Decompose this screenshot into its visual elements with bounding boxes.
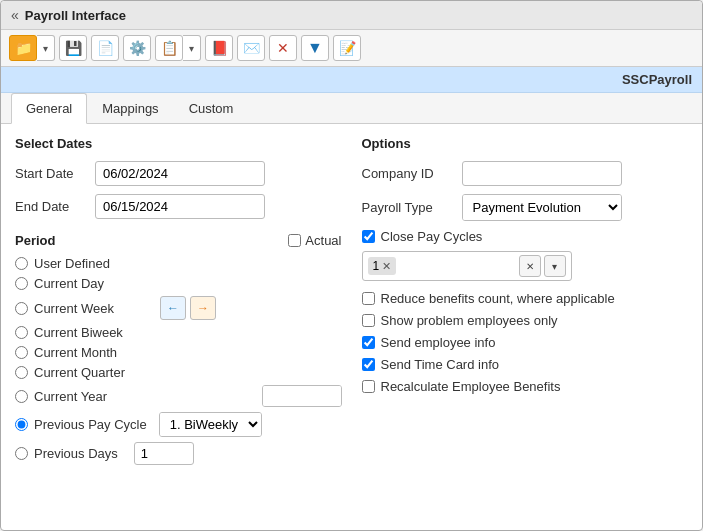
recalculate-row: Recalculate Employee Benefits bbox=[362, 379, 689, 394]
end-date-label: End Date bbox=[15, 199, 95, 214]
payroll-type-row: Payroll Type Payment Evolution ADP Cerid… bbox=[362, 194, 689, 221]
brand-bar: SSCPayroll bbox=[1, 67, 702, 93]
folder-group: 📁 ▾ bbox=[9, 35, 55, 61]
radio-previous-pay-label: Previous Pay Cycle bbox=[34, 417, 147, 432]
reduce-benefits-label: Reduce benefits count, where applicable bbox=[381, 291, 615, 306]
select-dates-title: Select Dates bbox=[15, 136, 342, 151]
radio-current-week-input[interactable] bbox=[15, 302, 28, 315]
reduce-benefits-row: Reduce benefits count, where applicable bbox=[362, 291, 689, 306]
tag-dropdown-button[interactable]: ▾ bbox=[544, 255, 566, 277]
radio-current-day-input[interactable] bbox=[15, 277, 28, 290]
tag-clear-button[interactable]: ✕ bbox=[519, 255, 541, 277]
toolbar: 📁 ▾ 💾 📄 ⚙️ 📋 ▾ 📕 ✉️ ✕ ▼ 📝 bbox=[1, 30, 702, 67]
radio-user-defined: User Defined bbox=[15, 256, 342, 271]
radio-current-day: Current Day bbox=[15, 276, 342, 291]
recalculate-label: Recalculate Employee Benefits bbox=[381, 379, 561, 394]
week-nav: ← → bbox=[160, 296, 216, 320]
pdf-button[interactable]: 📕 bbox=[205, 35, 233, 61]
end-date-row: End Date bbox=[15, 194, 342, 219]
show-problem-checkbox[interactable] bbox=[362, 314, 375, 327]
page-dropdown[interactable]: ▾ bbox=[183, 35, 201, 61]
radio-current-year-label: Current Year bbox=[34, 389, 107, 404]
radio-current-quarter: Current Quarter bbox=[15, 365, 342, 380]
tag-remove-icon[interactable]: ✕ bbox=[382, 260, 391, 273]
filter-button[interactable]: ▼ bbox=[301, 35, 329, 61]
radio-current-quarter-input[interactable] bbox=[15, 366, 28, 379]
left-panel: Select Dates Start Date End Date Period … bbox=[15, 136, 342, 518]
actual-checkbox-row[interactable]: Actual bbox=[288, 233, 341, 248]
doc-button[interactable]: 📄 bbox=[91, 35, 119, 61]
close-pay-cycles-row: Close Pay Cycles bbox=[362, 229, 689, 244]
radio-current-year-input[interactable] bbox=[15, 390, 28, 403]
tab-mappings[interactable]: Mappings bbox=[87, 93, 173, 124]
page-group: 📋 ▾ bbox=[155, 35, 201, 61]
folder-dropdown[interactable]: ▾ bbox=[37, 35, 55, 61]
tab-custom[interactable]: Custom bbox=[174, 93, 249, 124]
window-title: Payroll Interface bbox=[25, 8, 126, 23]
radio-previous-days-label: Previous Days bbox=[34, 446, 118, 461]
tag-value: 1 bbox=[373, 259, 380, 273]
nav-left-button[interactable]: ← bbox=[160, 296, 186, 320]
options-title: Options bbox=[362, 136, 689, 151]
save-button[interactable]: 💾 bbox=[59, 35, 87, 61]
tag-box: 1 ✕ ✕ ▾ bbox=[362, 251, 572, 281]
tab-general[interactable]: General bbox=[11, 93, 87, 124]
start-date-input[interactable] bbox=[95, 161, 265, 186]
close-button[interactable]: ✕ bbox=[269, 35, 297, 61]
start-date-label: Start Date bbox=[15, 166, 95, 181]
period-header: Period Actual bbox=[15, 233, 342, 248]
note-button[interactable]: 📝 bbox=[333, 35, 361, 61]
company-id-label: Company ID bbox=[362, 166, 462, 181]
radio-current-biweek-input[interactable] bbox=[15, 326, 28, 339]
folder-button[interactable]: 📁 bbox=[9, 35, 37, 61]
actual-label: Actual bbox=[305, 233, 341, 248]
company-id-input[interactable] bbox=[462, 161, 622, 186]
radio-previous-pay-input[interactable] bbox=[15, 418, 28, 431]
end-date-input[interactable] bbox=[95, 194, 265, 219]
radio-current-biweek-label: Current Biweek bbox=[34, 325, 123, 340]
radio-current-year: Current Year ✕ ▾ bbox=[15, 385, 342, 407]
radio-current-month: Current Month bbox=[15, 345, 342, 360]
back-arrows[interactable]: « bbox=[11, 7, 19, 23]
payroll-type-label: Payroll Type bbox=[362, 200, 462, 215]
main-content: Select Dates Start Date End Date Period … bbox=[1, 124, 702, 530]
page-button[interactable]: 📋 bbox=[155, 35, 183, 61]
period-section: Period Actual User Defined Current Day bbox=[15, 233, 342, 465]
current-year-input[interactable] bbox=[263, 386, 342, 406]
company-id-row: Company ID bbox=[362, 161, 689, 186]
tag-item: 1 ✕ bbox=[368, 257, 397, 275]
close-pay-cycles-checkbox[interactable] bbox=[362, 230, 375, 243]
radio-current-biweek: Current Biweek bbox=[15, 325, 342, 340]
radio-user-defined-input[interactable] bbox=[15, 257, 28, 270]
send-employee-row: Send employee info bbox=[362, 335, 689, 350]
payroll-type-select[interactable]: Payment Evolution ADP Ceridian bbox=[463, 195, 621, 220]
send-timecard-label: Send Time Card info bbox=[381, 357, 500, 372]
reduce-benefits-checkbox[interactable] bbox=[362, 292, 375, 305]
pay-cycle-select[interactable]: 1. BiWeekly 2. Monthly 3. Weekly bbox=[160, 413, 261, 436]
nav-right-button[interactable]: → bbox=[190, 296, 216, 320]
mail-button[interactable]: ✉️ bbox=[237, 35, 265, 61]
start-date-row: Start Date bbox=[15, 161, 342, 186]
send-employee-label: Send employee info bbox=[381, 335, 496, 350]
radio-current-week: Current Week ← → bbox=[15, 296, 342, 320]
close-pay-cycles-label: Close Pay Cycles bbox=[381, 229, 483, 244]
radio-current-month-label: Current Month bbox=[34, 345, 117, 360]
send-timecard-row: Send Time Card info bbox=[362, 357, 689, 372]
radio-current-day-label: Current Day bbox=[34, 276, 104, 291]
previous-days-input[interactable] bbox=[134, 442, 194, 465]
payroll-type-select-wrapper: Payment Evolution ADP Ceridian bbox=[462, 194, 622, 221]
recalculate-checkbox[interactable] bbox=[362, 380, 375, 393]
main-window: « Payroll Interface 📁 ▾ 💾 📄 ⚙️ 📋 ▾ 📕 ✉️ … bbox=[0, 0, 703, 531]
send-timecard-checkbox[interactable] bbox=[362, 358, 375, 371]
radio-previous-days-input[interactable] bbox=[15, 447, 28, 460]
actual-checkbox[interactable] bbox=[288, 234, 301, 247]
send-employee-checkbox[interactable] bbox=[362, 336, 375, 349]
radio-current-month-input[interactable] bbox=[15, 346, 28, 359]
right-panel: Options Company ID Payroll Type Payment … bbox=[362, 136, 689, 518]
title-bar: « Payroll Interface bbox=[1, 1, 702, 30]
radio-previous-pay-cycle: Previous Pay Cycle 1. BiWeekly 2. Monthl… bbox=[15, 412, 342, 437]
show-problem-label: Show problem employees only bbox=[381, 313, 558, 328]
gear-button[interactable]: ⚙️ bbox=[123, 35, 151, 61]
period-title: Period bbox=[15, 233, 55, 248]
radio-user-defined-label: User Defined bbox=[34, 256, 110, 271]
